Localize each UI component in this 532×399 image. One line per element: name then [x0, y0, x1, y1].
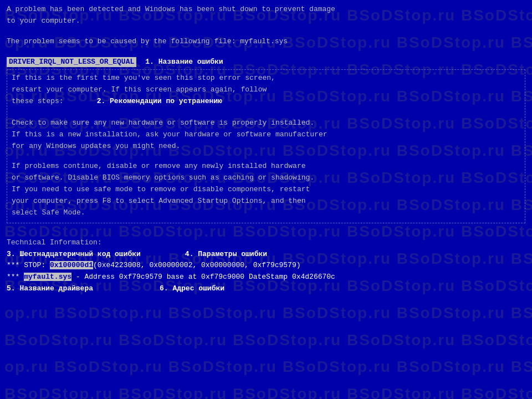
first-time-line2: restart your computer. If this screen ap…: [12, 85, 520, 95]
watermark-row-15: BSoDStop.ru BSoDStop.ru BSoDStop.ru BSoD…: [4, 381, 528, 399]
stop-code-highlight: 0x100000d1: [50, 261, 93, 269]
annotation4: 4. Параметры ошибки: [185, 249, 267, 260]
check-line: Check to make sure any new hardware or s…: [12, 118, 520, 129]
driver-suffix: - Address 0xf79c9579 base at 0xf79c9000 …: [71, 273, 335, 281]
safe-mode-line1: If you need to use safe mode to remove o…: [12, 185, 520, 195]
annotation2: 2. Рекомендации по устранению: [97, 96, 222, 107]
driver-name-highlight: myfault.sys: [24, 273, 71, 281]
safe-mode-line3: select Safe Mode.: [12, 208, 520, 218]
stop-prefix: *** STOP:: [7, 261, 50, 269]
recommendations-box: If this is the first time you've seen th…: [7, 69, 525, 223]
annotation5: 5. Название драйвера: [7, 284, 93, 294]
problems-line: If problems continue, disable or remove …: [12, 161, 520, 172]
driver-line: *** myfault.sys - Address 0xf79c9579 bas…: [7, 272, 525, 283]
watermark-row-13: BSoDStop.ru BSoDStop.ru BSoDStop.ru BSoD…: [4, 327, 528, 354]
first-time-line3: these steps:: [12, 96, 64, 107]
driver-prefix: ***: [7, 273, 24, 281]
bsod-content: A problem has been detected and Windows …: [0, 0, 532, 305]
stop-params: (0xe4223008, 0x00000002, 0x00000000, 0xf…: [93, 261, 300, 269]
first-time-line1: If this is the first time you've seen th…: [12, 73, 520, 84]
new-install-line: If this is a new installation, ask your …: [12, 130, 520, 140]
caused-by-line: The problem seems to be caused by the fo…: [7, 37, 525, 47]
watermark-row-14: op.ru BSoDStop.ru BSoDStop.ru BSoDStop.r…: [4, 354, 528, 381]
tech-info-section: Technical Information: 3. Шестнадцатерич…: [7, 238, 525, 294]
bios-line: or software. Disable BIOS memory options…: [12, 173, 520, 183]
safe-mode-line2: your computer, press F8 to select Advanc…: [12, 196, 520, 207]
annotation3: 3. Шестнадцатеричный код ошибки: [7, 249, 141, 260]
tech-info-label: Technical Information:: [7, 238, 525, 248]
annotation1: 1. Название ошибки: [145, 57, 223, 68]
intro-line2: to your computer.: [7, 16, 525, 27]
updates-line: for any Windows updates you might need.: [12, 141, 520, 152]
stop-line: *** STOP: 0x100000d1(0xe4223008, 0x00000…: [7, 260, 525, 271]
annotation6: 6. Адрес ошибки: [160, 284, 224, 294]
error-name-code: DRIVER_IRQL_NOT_LESS_OR_EQUAL: [7, 57, 136, 68]
intro-line1: A problem has been detected and Windows …: [7, 4, 525, 15]
